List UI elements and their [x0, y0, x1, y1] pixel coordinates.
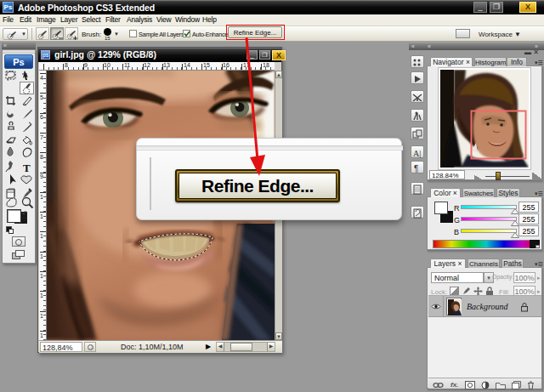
svg-text:¶: ¶: [414, 164, 418, 173]
svg-text:T: T: [23, 162, 31, 174]
svg-text:A|: A|: [413, 149, 421, 158]
